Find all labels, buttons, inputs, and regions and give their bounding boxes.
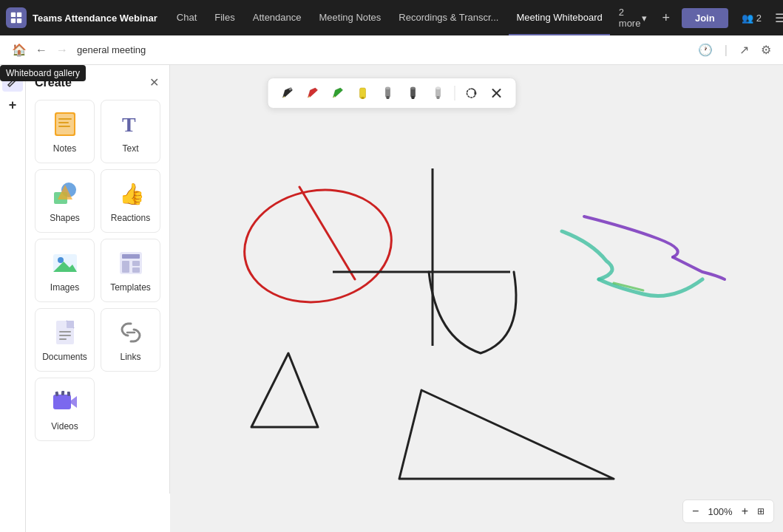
svg-rect-27 (53, 395, 71, 409)
breadcrumb-text: general meeting (77, 44, 146, 55)
fit-screen-button[interactable]: ⊞ (754, 505, 767, 518)
notes-icon (50, 109, 80, 139)
create-reactions-item[interactable]: 👍 Reactions (101, 169, 160, 233)
menu-icon[interactable]: ☰ (772, 8, 783, 28)
create-images-item[interactable]: Images (35, 239, 95, 302)
shapes-icon (50, 179, 80, 208)
shapes-label: Shapes (50, 213, 80, 223)
svg-rect-23 (67, 321, 74, 328)
toolbar-divider (454, 86, 455, 100)
svg-rect-18 (122, 254, 140, 259)
nav-tab-whiteboard[interactable]: Meeting Whiteboard (509, 0, 609, 35)
svg-text:T: T (122, 113, 136, 136)
svg-text:👍: 👍 (119, 182, 145, 206)
zoom-out-button[interactable]: − (689, 503, 702, 519)
videos-icon (50, 387, 80, 417)
create-text-item[interactable]: T Text (101, 100, 160, 163)
highlighter-yellow-tool[interactable] (352, 83, 373, 103)
create-panel: Create ✕ Notes T Text (26, 65, 170, 494)
divider: | (722, 41, 731, 60)
svg-point-15 (58, 257, 64, 263)
zoom-in-button[interactable]: + (739, 503, 751, 519)
svg-rect-3 (17, 18, 21, 23)
svg-rect-40 (410, 87, 415, 89)
refresh-tool[interactable] (461, 83, 481, 103)
svg-rect-0 (11, 13, 16, 17)
documents-label: Documents (42, 352, 87, 362)
documents-icon (50, 318, 80, 347)
plus-icon: + (9, 98, 17, 113)
nav-tab-recordings[interactable]: Recordings & Transcr... (391, 0, 506, 35)
text-label: Text (122, 143, 138, 154)
templates-label: Templates (110, 282, 151, 293)
svg-rect-43 (435, 87, 440, 89)
zoom-level: 100% (705, 506, 735, 517)
nav-tab-files[interactable]: Files (207, 0, 242, 35)
notes-label: Notes (53, 143, 76, 154)
pencil-green-tool[interactable] (327, 83, 348, 103)
create-shapes-item[interactable]: Shapes (35, 169, 95, 233)
reactions-label: Reactions (111, 213, 150, 223)
svg-rect-34 (361, 97, 364, 99)
links-icon (116, 318, 146, 347)
pencil-red-tool[interactable] (302, 83, 322, 103)
marker-light-tool[interactable] (427, 83, 448, 103)
svg-rect-30 (61, 391, 64, 395)
zoom-controls: − 100% + ⊞ (682, 499, 774, 523)
nav-right-icons: 👥 2 ☰ (737, 8, 783, 28)
left-sidebar: + (0, 65, 26, 532)
images-icon (50, 248, 80, 278)
svg-rect-19 (122, 261, 129, 273)
create-documents-item[interactable]: Documents (35, 308, 95, 372)
create-templates-item[interactable]: Templates (101, 239, 160, 302)
create-items-grid: Notes T Text Shapes (35, 100, 160, 441)
videos-label: Videos (51, 421, 78, 432)
add-tool-button[interactable]: + (2, 95, 23, 115)
settings-icon[interactable]: ⚙ (758, 40, 774, 60)
svg-rect-25 (59, 335, 71, 336)
create-notes-item[interactable]: Notes (35, 100, 95, 163)
participants-button[interactable]: 👥 2 (737, 10, 766, 27)
svg-rect-2 (11, 18, 16, 23)
svg-rect-7 (58, 122, 69, 123)
clock-icon[interactable]: 🕐 (695, 40, 716, 60)
links-label: Links (120, 352, 140, 362)
svg-rect-24 (59, 331, 71, 332)
close-toolbar-button[interactable] (486, 83, 506, 103)
back-button[interactable]: ← (33, 42, 50, 58)
nav-tab-attendance[interactable]: Attendance (245, 0, 309, 35)
svg-rect-1 (17, 13, 21, 17)
svg-marker-28 (71, 396, 77, 408)
create-links-item[interactable]: Links (101, 308, 160, 372)
nav-add-tab-button[interactable]: + (656, 0, 676, 35)
templates-icon (116, 248, 146, 278)
svg-rect-8 (58, 126, 70, 127)
whiteboard-gallery-tooltip: Whiteboard gallery (0, 65, 86, 81)
whiteboard-canvas[interactable] (170, 65, 783, 532)
meeting-title: Teams Attendance Webinar (33, 13, 157, 24)
join-button[interactable]: Join (682, 8, 728, 28)
forward-button[interactable]: → (53, 42, 71, 58)
nav-tab-chat[interactable]: Chat (169, 0, 204, 35)
marker-gray-tool[interactable] (377, 83, 398, 103)
svg-rect-37 (385, 87, 390, 89)
panel-close-button[interactable]: ✕ (148, 74, 160, 91)
breadcrumb-right-icons: 🕐 | ↗ ⚙ (695, 40, 774, 60)
svg-rect-5 (56, 114, 74, 134)
nav-more-dropdown[interactable]: 2 more ▾ (613, 0, 654, 35)
nav-tab-meeting-notes[interactable]: Meeting Notes (312, 0, 389, 35)
svg-rect-39 (411, 96, 414, 99)
share-icon[interactable]: ↗ (736, 40, 752, 60)
svg-rect-33 (359, 88, 365, 98)
app-icon (6, 7, 27, 28)
chevron-down-icon: ▾ (642, 13, 647, 24)
svg-rect-6 (58, 118, 72, 120)
pencil-black-tool[interactable] (277, 83, 297, 103)
svg-rect-26 (59, 338, 67, 340)
marker-dark-tool[interactable] (402, 83, 423, 103)
breadcrumb-nav: 🏠 ← → (9, 41, 71, 58)
home-icon[interactable]: 🏠 (9, 41, 30, 58)
svg-point-47 (235, 179, 400, 313)
create-videos-item[interactable]: Videos (35, 378, 95, 441)
svg-rect-31 (67, 392, 70, 396)
